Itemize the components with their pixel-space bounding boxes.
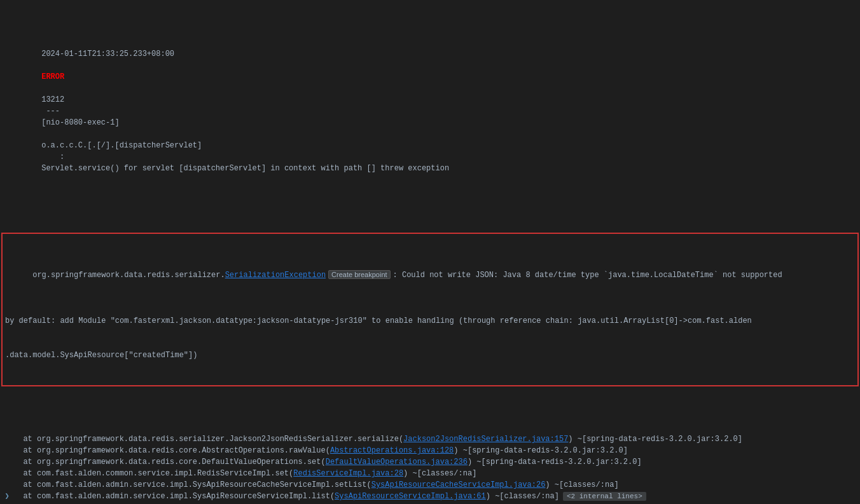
line-gutter xyxy=(3,433,11,445)
exception-pre: org.springframework.data.redis.serialize… xyxy=(32,271,225,280)
at-text: at com.fast.alden.admin.service.impl.Sys… xyxy=(14,492,335,501)
stack-line: at com.fast.alden.admin.service.impl.Sys… xyxy=(0,479,860,491)
exception-line1: org.springframework.data.redis.serialize… xyxy=(5,258,855,292)
at-text: at com.fast.alden.admin.service.impl.Sys… xyxy=(14,480,371,489)
line-content: at org.springframework.data.redis.core.D… xyxy=(14,456,857,468)
error-code: 13212 xyxy=(41,95,64,104)
internal-lines-badge[interactable]: <2 internal lines> xyxy=(563,492,646,501)
line-content: at com.fast.alden.common.service.impl.Re… xyxy=(14,468,857,479)
stack-link[interactable]: RedisServiceImpl.java:28 xyxy=(293,469,403,478)
exception-post: : Could not write JSON: Java 8 date/time… xyxy=(393,271,782,280)
post-text: ) ~[classes/:na] xyxy=(486,492,559,501)
serialization-exception-link[interactable]: SerializationException xyxy=(225,271,326,280)
stack-link[interactable]: SysApiResourceServiceImpl.java:61 xyxy=(335,492,486,501)
stack-link[interactable]: SysApiResourceCacheServiceImpl.java:26 xyxy=(371,480,546,489)
line-gutter xyxy=(3,456,11,468)
at-text: at com.fast.alden.common.service.impl.Re… xyxy=(14,469,293,478)
post-text: ) ~[classes/:na] xyxy=(545,480,618,489)
post-text: ) ~[classes/:na] xyxy=(403,469,476,478)
stack-line: ❯ at com.fast.alden.admin.service.impl.S… xyxy=(0,491,860,502)
at-text: at org.springframework.data.redis.serial… xyxy=(14,435,403,444)
stack-link[interactable]: Jackson2JsonRedisSerializer.java:157 xyxy=(403,435,568,444)
stack-link[interactable]: AbstractOperations.java:128 xyxy=(330,446,454,455)
line-gutter xyxy=(3,479,11,491)
stack-trace: at org.springframework.data.redis.serial… xyxy=(0,433,860,504)
timestamp: 2024-01-11T21:33:25.233+08:00 xyxy=(41,50,174,58)
post-text: ) ~[spring-data-redis-3.2.0.jar:3.2.0] xyxy=(454,446,628,455)
stack-line: at com.fast.alden.common.service.impl.Re… xyxy=(0,468,860,479)
exception-box: org.springframework.data.redis.serialize… xyxy=(1,233,859,386)
line-gutter xyxy=(3,445,11,456)
console-output: 2024-01-11T21:33:25.233+08:00 ERROR 1321… xyxy=(0,0,860,504)
stack-line: at org.springframework.data.redis.core.D… xyxy=(0,456,860,468)
logger: o.a.c.c.C.[.[/].[dispatcherServlet] xyxy=(41,141,202,150)
stack-link[interactable]: DefaultValueOperations.java:236 xyxy=(326,458,468,467)
line-content: at com.fast.alden.admin.service.impl.Sys… xyxy=(14,479,857,491)
line-gutter: ❯ xyxy=(3,491,11,502)
exception-line2: by default: add Module "com.fasterxml.ja… xyxy=(5,315,855,327)
at-text: at org.springframework.data.redis.core.D… xyxy=(14,458,326,467)
exception-line3: .data.model.SysApiResource["createdTime"… xyxy=(5,350,855,361)
at-text: at org.springframework.data.redis.core.A… xyxy=(14,446,330,455)
header-content: 2024-01-11T21:33:25.233+08:00 ERROR 1321… xyxy=(14,37,857,186)
stack-line: at org.springframework.data.redis.core.A… xyxy=(0,445,860,456)
line-gutter xyxy=(3,468,11,479)
header-message: Servlet.service() for servlet [dispatche… xyxy=(41,164,449,173)
gutter xyxy=(3,37,11,186)
thread: [nio-8080-exec-1] xyxy=(41,118,119,127)
stack-line: at org.springframework.data.redis.serial… xyxy=(0,433,860,445)
log-level: ERROR xyxy=(41,72,64,81)
post-text: ) ~[spring-data-redis-3.2.0.jar:3.2.0] xyxy=(568,435,742,444)
line-content: at org.springframework.data.redis.core.A… xyxy=(14,445,857,456)
post-text: ) ~[spring-data-redis-3.2.0.jar:3.2.0] xyxy=(468,458,642,467)
header-line: 2024-01-11T21:33:25.233+08:00 ERROR 1321… xyxy=(0,37,860,186)
arrow-icon: ❯ xyxy=(4,492,9,501)
create-breakpoint-button[interactable]: Create breakpoint xyxy=(328,270,390,279)
line-content: at com.fast.alden.admin.service.impl.Sys… xyxy=(14,491,857,502)
line-content: at org.springframework.data.redis.serial… xyxy=(14,433,857,445)
